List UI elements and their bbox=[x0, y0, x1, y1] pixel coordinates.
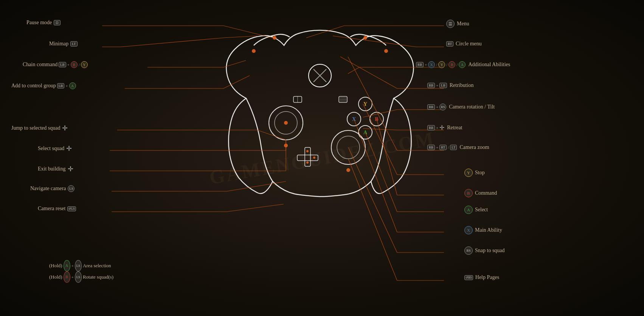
svg-point-22 bbox=[346, 168, 350, 172]
svg-point-12 bbox=[275, 112, 297, 134]
svg-point-20 bbox=[331, 130, 365, 164]
lt-icon: ⊡ bbox=[54, 20, 61, 25]
circle-menu-label: RT Circle menu bbox=[446, 41, 482, 47]
svg-text:A: A bbox=[363, 130, 368, 135]
svg-text:Y: Y bbox=[363, 101, 367, 107]
bottom-labels: (Hold) A + LS Area selection (Hold) B + … bbox=[49, 260, 113, 283]
watermark: GAMENGUIDEZ.COM bbox=[208, 127, 437, 189]
svg-point-25 bbox=[370, 112, 383, 126]
svg-text:X: X bbox=[352, 116, 356, 122]
exit-building-label: Exit building ✛ bbox=[38, 165, 73, 173]
svg-point-2 bbox=[252, 49, 256, 53]
additional-abilities-label: RB + X / Y / B / A Additional Abilities bbox=[416, 61, 510, 68]
svg-point-3 bbox=[384, 49, 388, 53]
svg-point-17 bbox=[306, 150, 309, 152]
svg-point-0 bbox=[273, 36, 276, 40]
menu-icon: ☰ bbox=[446, 20, 455, 28]
jump-squad-label: Jump to selected squad ✛ bbox=[11, 124, 68, 132]
pause-mode-label: Pause mode ⊡ bbox=[26, 20, 61, 26]
camera-reset-label: Camera reset ↺LS bbox=[38, 206, 76, 212]
camera-rotation-label: RB + RS Camera rotation / Tilt bbox=[427, 104, 495, 110]
rotate-squads-label: (Hold) B + LS Rotate squad(s) bbox=[49, 271, 113, 283]
svg-point-29 bbox=[347, 112, 361, 126]
svg-point-23 bbox=[358, 97, 372, 111]
controller-graphic: Y B A X bbox=[227, 30, 414, 197]
svg-point-4 bbox=[309, 64, 331, 87]
camera-zoom-label: RB + RT / LT Camera zoom bbox=[427, 144, 489, 150]
menu-label: ☰ Menu bbox=[446, 20, 469, 28]
svg-point-1 bbox=[363, 36, 367, 40]
svg-point-18 bbox=[306, 161, 309, 164]
chain-command-label: Chain command LB + B / Y bbox=[23, 61, 88, 68]
stop-label: Y Stop bbox=[464, 169, 485, 177]
svg-rect-16 bbox=[297, 155, 318, 161]
svg-point-11 bbox=[269, 106, 303, 140]
svg-point-19 bbox=[313, 156, 315, 159]
minimap-label: Minimap LT bbox=[49, 41, 78, 47]
help-pages-label: ↺RS Help Pages bbox=[464, 274, 499, 280]
main-ability-label: X Main Ability bbox=[464, 226, 502, 234]
retreat-label: RB + ✛ Retreat bbox=[427, 124, 462, 131]
navigate-camera-label: Navigate camera LS bbox=[30, 185, 74, 192]
add-control-group-label: Add to control group LB + A bbox=[11, 82, 76, 89]
svg-point-14 bbox=[284, 121, 288, 125]
svg-point-13 bbox=[284, 144, 288, 147]
svg-text:B: B bbox=[375, 116, 378, 122]
svg-point-27 bbox=[358, 125, 372, 139]
command-label: B Command bbox=[464, 189, 497, 197]
svg-rect-5 bbox=[293, 96, 302, 102]
area-selection-label: (Hold) A + LS Area selection bbox=[49, 260, 113, 271]
select-label: A Select bbox=[464, 206, 488, 214]
svg-rect-15 bbox=[305, 147, 310, 166]
svg-point-21 bbox=[337, 136, 360, 159]
snap-squad-label: RS Snap to squad bbox=[464, 246, 505, 255]
svg-rect-7 bbox=[339, 96, 347, 102]
lt-badge: LT bbox=[70, 41, 77, 46]
retribution-label: RB + LB Retribution bbox=[427, 82, 474, 88]
select-squad-label: Select squad ✛ bbox=[38, 144, 72, 153]
